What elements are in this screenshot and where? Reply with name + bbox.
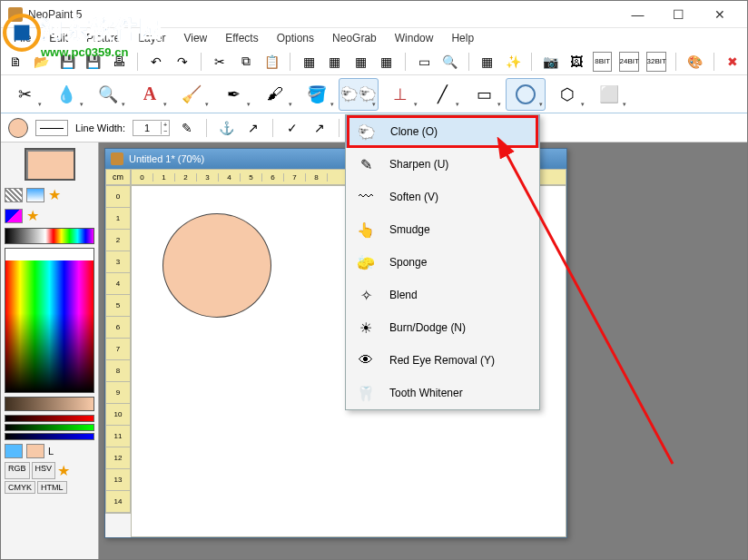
layer-icon[interactable]: ▦ [300,52,318,72]
snap-icon[interactable]: ✓ [282,118,302,138]
menu-neograb[interactable]: NeoGrab [323,30,386,46]
cut-icon[interactable]: ✂ [211,52,229,72]
arrow-icon[interactable]: ↗ [243,118,263,138]
layer-add-icon[interactable]: ▦ [326,52,344,72]
eyedropper-tool[interactable]: 💧▾ [46,78,86,111]
new-icon[interactable]: 🗎 [6,52,25,72]
blend-icon: ✧ [355,284,377,306]
swatch-a[interactable] [5,444,23,458]
image-icon[interactable]: 🖼 [567,52,586,72]
cube-tool[interactable]: ⬜▾ [589,78,629,111]
pen-tool[interactable]: ✒▾ [213,78,253,111]
magnify-tool[interactable]: 🔍▾ [88,78,128,111]
separator [405,53,406,71]
paste-icon[interactable]: 📋 [262,52,280,72]
maximize-button[interactable]: ☐ [658,2,699,27]
color-picker[interactable] [5,248,94,393]
layer-up-icon[interactable]: ▦ [377,52,395,72]
fill-tool[interactable]: 🪣▾ [297,78,337,111]
gradient-icon[interactable] [26,188,44,202]
menu-item-smudge[interactable]: 👆Smudge [346,213,539,246]
clone-tool-dropdown: 🐑Clone (O) ✎Sharpen (U) 〰Soften (V) 👆Smu… [345,114,540,410]
menu-item-sharpen[interactable]: ✎Sharpen (U) [346,148,539,181]
capture-icon[interactable]: 📷 [541,52,559,72]
brush-tool[interactable]: 🖌▾ [255,78,295,111]
anchor-icon[interactable]: ⚓ [216,118,236,138]
snap2-icon[interactable]: ↗ [310,118,330,138]
foreground-swatch[interactable] [25,148,75,181]
grid-icon[interactable]: ▦ [478,52,497,72]
line-opt-icon[interactable]: ✎ [177,118,197,138]
line-width-spinner[interactable]: +− [133,120,170,136]
menu-window[interactable]: Window [386,30,443,46]
minimize-button[interactable]: — [617,2,658,27]
standard-toolbar: 🗎 📂 💾 💾 🖶 ↶ ↷ ✂ ⧉ 📋 ▦ ▦ ▦ ▦ ▭ 🔍 ▦ ✨ 📷 🖼 … [1,48,747,75]
swatch-b[interactable] [26,444,44,458]
scissors-tool[interactable]: ✂▾ [5,78,44,111]
menu-picture[interactable]: Picture [77,30,129,46]
save-as-icon[interactable]: 💾 [84,52,102,72]
menu-item-tooth[interactable]: 🦷Tooth Whitener [346,377,539,409]
pattern-icon[interactable] [5,188,23,202]
rect-tool[interactable]: ▭▾ [464,78,504,111]
menu-layer[interactable]: Layer [129,30,174,46]
bit32-icon[interactable]: 32BIT [646,52,666,72]
copy-icon[interactable]: ⧉ [236,52,254,72]
save-icon[interactable]: 💾 [58,52,76,72]
close-doc-icon[interactable]: ✖ [723,52,741,72]
line-width-input[interactable] [133,123,161,133]
menu-options[interactable]: Options [268,30,323,46]
menu-edit[interactable]: Edit [40,30,77,46]
text-tool[interactable]: A▾ [130,78,170,111]
stamp-tool[interactable]: ⊥▾ [380,78,420,111]
print-icon[interactable]: 🖶 [110,52,128,72]
gradient-bar[interactable] [5,397,94,411]
mode-hsv[interactable]: HSV [32,462,56,479]
line-style-preview[interactable] [35,120,68,136]
menu-effects[interactable]: Effects [216,30,267,46]
watermark-logo [3,14,41,52]
line-tool[interactable]: ╱▾ [422,78,462,111]
mode-rgb[interactable]: RGB [5,462,30,479]
close-button[interactable]: ✕ [699,2,740,27]
color-strip[interactable] [5,228,94,244]
zoom-icon[interactable]: 🔍 [440,52,458,72]
star3-icon[interactable]: ★ [57,462,70,479]
effects-icon[interactable]: ✨ [504,52,522,72]
undo-icon[interactable]: ↶ [147,52,165,72]
redo-icon[interactable]: ↷ [173,52,192,72]
polygon-tool[interactable]: ⬡▾ [547,78,587,111]
menu-item-sponge[interactable]: 🧽Sponge [346,246,539,279]
clone-tool[interactable]: 🐑🐑▾ [339,78,379,111]
tool-toolbar: ✂▾ 💧▾ 🔍▾ A▾ 🧹▾ ✒▾ 🖌▾ 🪣▾ 🐑🐑▾ ⊥▾ ╱▾ ▭▾ ▾ ⬡… [1,75,747,113]
eraser-tool[interactable]: 🧹▾ [172,78,212,111]
ruler-unit[interactable]: cm [105,169,131,185]
open-icon[interactable]: 📂 [32,52,50,72]
ellipse-tool[interactable]: ▾ [506,78,546,111]
sharpen-icon: ✎ [355,153,377,175]
svg-rect-2 [15,25,30,41]
layer-del-icon[interactable]: ▦ [351,52,369,72]
separator [675,53,676,71]
bit24-icon[interactable]: 24BIT [619,52,639,72]
menu-item-burn-dodge[interactable]: ☀Burn/Dodge (N) [346,311,539,344]
bit8-icon[interactable]: 8BIT [593,52,612,72]
star-icon[interactable]: ★ [48,186,61,203]
mode-html[interactable]: HTML [37,481,67,494]
fg-bg-icon[interactable] [5,209,23,223]
separator [714,53,714,71]
menu-view[interactable]: View [174,30,216,46]
star2-icon[interactable]: ★ [26,207,39,224]
select-icon[interactable]: ▭ [415,52,433,72]
color-panel: ★ ★ L RGB HSV ★ CMYK HTML [1,142,99,559]
lock-icon[interactable]: L [48,446,54,457]
menu-item-clone[interactable]: 🐑Clone (O) [346,115,539,148]
menu-item-blend[interactable]: ✧Blend [346,279,539,311]
menu-item-soften[interactable]: 〰Soften (V) [346,181,539,213]
menu-item-redeye[interactable]: 👁Red Eye Removal (Y) [346,344,539,377]
palette-icon[interactable]: 🎨 [685,52,704,72]
mode-cmyk[interactable]: CMYK [5,481,35,494]
eye-icon: 👁 [355,349,377,371]
menu-help[interactable]: Help [442,30,483,46]
rgb-sliders[interactable] [5,415,94,440]
